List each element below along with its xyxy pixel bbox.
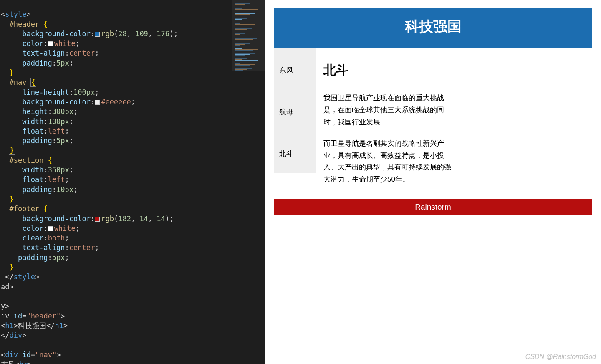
nav-item[interactable]: 航母: [279, 108, 293, 116]
preview-header: 科技强国: [274, 8, 592, 48]
selector-footer: #footer: [9, 205, 39, 213]
color-swatch: [95, 32, 100, 37]
selector-section: #section: [9, 156, 43, 164]
nav-item[interactable]: 东风: [279, 66, 293, 74]
preview-footer: Rainstorm: [274, 199, 592, 215]
preview-nav: 东风 航母 北斗: [274, 48, 316, 173]
nav-item[interactable]: 北斗: [279, 150, 293, 158]
footer-text: Rainstorm: [415, 202, 451, 211]
watermark: CSDN @RainstormGod: [525, 353, 596, 361]
section-paragraph: 我国卫星导航产业现在面临的重大挑战是，在面临全球其他三大系统挑战的同时，我国行业…: [323, 92, 458, 129]
color-swatch: [48, 41, 53, 46]
preview-header-title: 科技强国: [276, 10, 590, 46]
code-editor[interactable]: <style> #header { background-color:rgb(2…: [0, 0, 232, 364]
selector-nav: #nav: [9, 78, 26, 86]
editor-minimap[interactable]: [232, 0, 265, 364]
color-swatch: [95, 100, 100, 105]
code-content: <style> #header { background-color:rgb(2…: [0, 10, 232, 364]
section-paragraph: 而卫星导航是名副其实的战略性新兴产业，具有高成长、高效益特点，是小投入、大产出的…: [323, 138, 458, 186]
text-cursor: [65, 127, 65, 135]
browser-preview: 科技强国 东风 航母 北斗 北斗 我国卫星导航产业现在面临的重大挑战是，在面临全…: [265, 0, 601, 364]
selector-header: #header: [9, 20, 39, 28]
color-swatch: [48, 226, 53, 231]
color-swatch: [95, 217, 100, 222]
preview-section: 北斗 我国卫星导航产业现在面临的重大挑战是，在面临全球其他三大系统挑战的同时，我…: [316, 48, 462, 199]
section-title: 北斗: [323, 59, 458, 81]
